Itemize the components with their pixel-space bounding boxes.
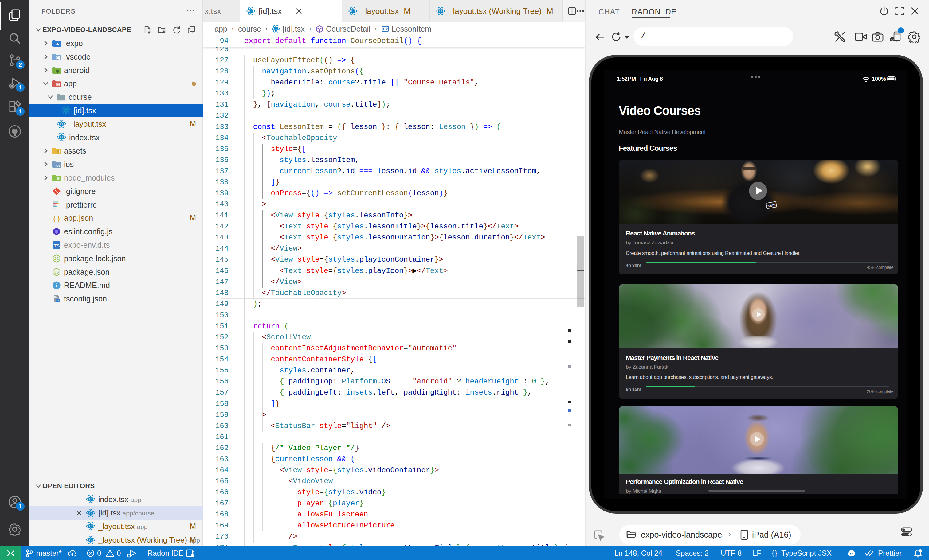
svg-text:JS: JS: [54, 257, 59, 261]
svg-text:iOS: iOS: [55, 164, 60, 167]
svg-text:TS: TS: [56, 299, 60, 302]
svg-text:{}: {}: [52, 215, 61, 223]
svg-text:JS: JS: [54, 270, 59, 274]
svg-text:i: i: [55, 283, 57, 289]
svg-text:TS: TS: [54, 243, 60, 248]
